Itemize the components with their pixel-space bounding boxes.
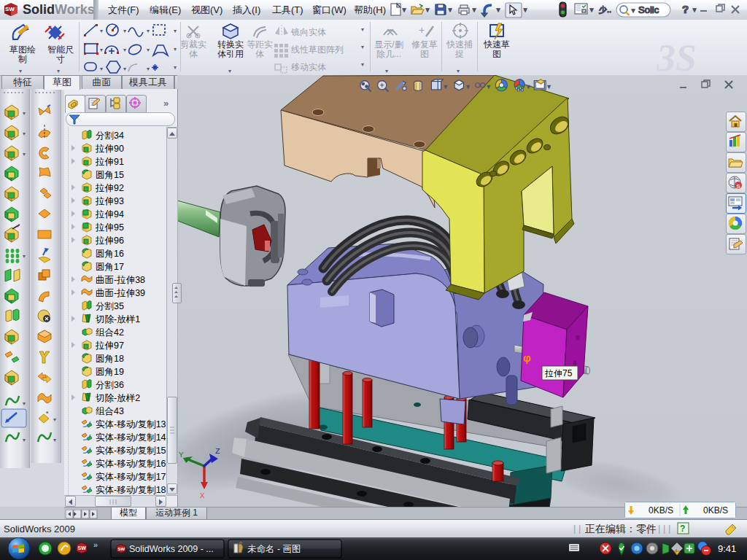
svg-text:▾: ▾ (527, 84, 530, 89)
svg-text:*: * (46, 410, 49, 417)
svg-text:拉伸75: 拉伸75 (544, 368, 573, 378)
svg-text:▾: ▾ (23, 400, 26, 407)
svg-text:?: ? (680, 524, 685, 534)
svg-text:Z: Z (215, 447, 220, 456)
svg-text:▾: ▾ (467, 84, 470, 89)
svg-text:SW: SW (118, 547, 125, 551)
svg-text:▾: ▾ (53, 437, 56, 443)
svg-text:▾: ▾ (548, 84, 551, 89)
svg-text:SW: SW (78, 545, 87, 551)
svg-text:▾: ▾ (487, 84, 490, 89)
svg-text:*: * (17, 224, 19, 230)
svg-text:»: » (93, 540, 98, 549)
svg-text:φ: φ (523, 351, 531, 364)
svg-text:+: + (419, 24, 425, 36)
svg-text:Y: Y (179, 451, 184, 459)
svg-text:SolidWorks 2009 - ...: SolidWorks 2009 - ... (129, 544, 214, 554)
svg-text:▾: ▾ (444, 84, 447, 89)
svg-text:▾: ▾ (23, 110, 26, 117)
svg-text:▾: ▾ (23, 437, 26, 443)
svg-text:0KB/S: 0KB/S (703, 505, 728, 516)
svg-text:0KB/S: 0KB/S (649, 505, 673, 516)
svg-text:未命名 - 画图: 未命名 - 画图 (247, 544, 301, 554)
svg-text:▾: ▾ (23, 151, 26, 158)
svg-text:!: ! (676, 548, 677, 553)
svg-text:▾: ▾ (23, 131, 26, 137)
svg-text:S: S (737, 183, 741, 190)
svg-text:▾: ▾ (53, 416, 56, 423)
svg-text:X: X (200, 491, 205, 500)
svg-text:9:41: 9:41 (718, 543, 736, 554)
svg-text:▾: ▾ (23, 253, 26, 260)
